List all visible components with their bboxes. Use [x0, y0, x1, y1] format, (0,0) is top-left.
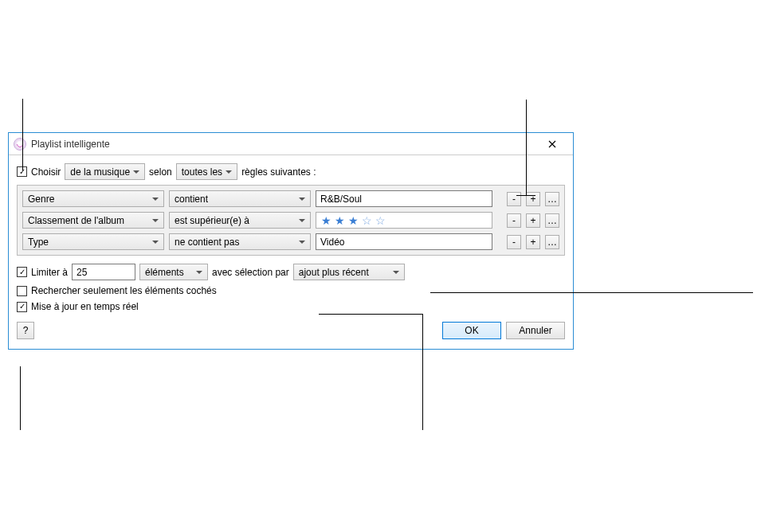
quantifier-select-value: toutes les: [182, 166, 222, 178]
limit-unit-select[interactable]: éléments: [139, 264, 208, 280]
rules-panel: Genre contient - + … Classement de l'alb…: [17, 185, 565, 256]
remove-rule-button[interactable]: -: [507, 235, 521, 249]
limit-value-input[interactable]: [72, 264, 135, 280]
star-icon: ★: [335, 214, 348, 227]
add-rule-button[interactable]: +: [526, 192, 540, 206]
callout-line: [22, 99, 23, 170]
checked-only-label: Rechercher seulement les éléments cochés: [31, 285, 217, 296]
checked-only-checkbox[interactable]: [17, 286, 27, 296]
limit-row: Limiter à éléments avec sélection par aj…: [17, 264, 565, 280]
match-link-text: selon: [149, 166, 172, 178]
source-select-value: de la musique: [70, 166, 130, 178]
rule-field-value: Type: [28, 237, 49, 248]
ok-button[interactable]: OK: [442, 322, 501, 339]
rule-field-value: Genre: [28, 194, 54, 205]
more-rule-button[interactable]: …: [545, 213, 559, 228]
smart-playlist-dialog: Playlist intelligente Choisir de la musi…: [8, 132, 574, 350]
match-row: Choisir de la musique selon toutes les r…: [17, 163, 565, 180]
limit-unit-value: éléments: [145, 267, 184, 278]
limit-label: Limiter à: [31, 267, 68, 278]
add-rule-button[interactable]: +: [526, 235, 540, 249]
dialog-content: Choisir de la musique selon toutes les r…: [9, 155, 573, 349]
close-button[interactable]: [536, 135, 568, 154]
titlebar: Playlist intelligente: [9, 133, 573, 155]
add-rule-button[interactable]: +: [526, 213, 540, 228]
match-suffix-text: règles suivantes :: [241, 166, 316, 178]
live-update-row: Mise à jour en temps réel: [17, 301, 565, 312]
callout-line: [319, 314, 422, 315]
limit-by-label: avec sélection par: [212, 267, 289, 278]
close-icon: [548, 140, 556, 148]
rule-field-value: Classement de l'album: [28, 215, 124, 226]
rule-operator-value: est supérieur(e) à: [175, 215, 249, 226]
rule-rating-input[interactable]: ★★★☆☆: [316, 212, 492, 229]
checked-only-row: Rechercher seulement les éléments cochés: [17, 285, 565, 296]
callout-line: [526, 100, 527, 195]
cancel-button[interactable]: Annuler: [506, 322, 565, 339]
rule-operator-value: contient: [175, 194, 208, 205]
callout-line: [422, 324, 423, 430]
rule-field-select[interactable]: Type: [22, 233, 164, 250]
star-icon: ☆: [362, 214, 375, 227]
rule-field-select[interactable]: Classement de l'album: [22, 212, 164, 229]
callout-line: [516, 195, 535, 196]
live-update-label: Mise à jour en temps réel: [31, 301, 139, 312]
rule-row: Type ne contient pas - + …: [22, 233, 559, 250]
star-icon: ★: [348, 214, 362, 227]
more-rule-button[interactable]: …: [545, 192, 559, 206]
star-icon: ☆: [375, 214, 389, 227]
button-row: ? OK Annuler: [17, 322, 565, 339]
rule-operator-select[interactable]: contient: [169, 190, 311, 207]
remove-rule-button[interactable]: -: [507, 213, 521, 228]
rule-value-input[interactable]: [316, 233, 492, 250]
rule-row: Classement de l'album est supérieur(e) à…: [22, 212, 559, 229]
more-rule-button[interactable]: …: [545, 235, 559, 249]
rule-operator-value: ne contient pas: [175, 237, 239, 248]
window-title: Playlist intelligente: [31, 139, 536, 150]
source-select[interactable]: de la musique: [65, 163, 145, 180]
rule-field-select[interactable]: Genre: [22, 190, 164, 207]
live-update-checkbox[interactable]: [17, 302, 27, 312]
limit-selection-select[interactable]: ajout plus récent: [293, 264, 405, 280]
callout-line: [422, 314, 423, 325]
limit-selection-value: ajout plus récent: [299, 267, 369, 278]
callout-line: [20, 366, 21, 430]
rule-operator-select[interactable]: ne contient pas: [169, 233, 311, 250]
rule-operator-select[interactable]: est supérieur(e) à: [169, 212, 311, 229]
star-icon: ★: [321, 214, 335, 227]
choose-label: Choisir: [31, 166, 61, 178]
app-icon: [14, 138, 26, 151]
remove-rule-button[interactable]: -: [507, 192, 521, 206]
callout-line: [430, 292, 753, 293]
rule-value-input[interactable]: [316, 190, 492, 207]
quantifier-select[interactable]: toutes les: [176, 163, 237, 180]
rule-row: Genre contient - + …: [22, 190, 559, 207]
help-button[interactable]: ?: [17, 322, 34, 339]
limit-checkbox[interactable]: [17, 267, 27, 277]
